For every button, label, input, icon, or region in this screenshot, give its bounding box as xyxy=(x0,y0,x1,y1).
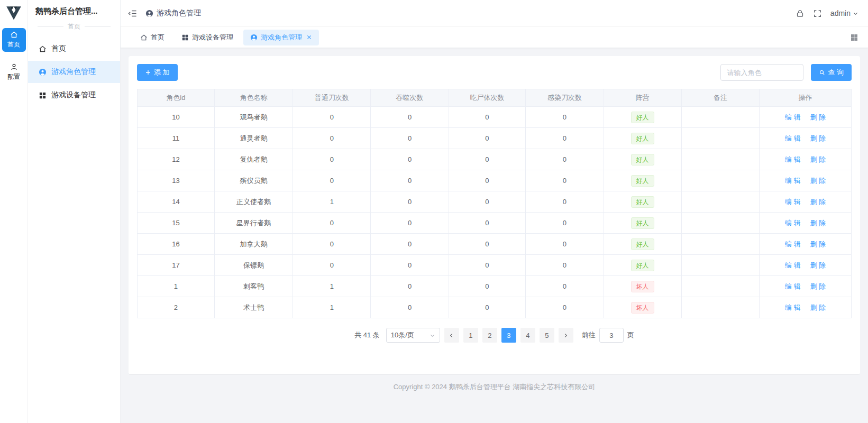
pagination-total: 共 41 条 xyxy=(354,330,380,340)
username: admin xyxy=(830,9,851,17)
plus-icon xyxy=(145,69,151,76)
delete-link[interactable]: 删 除 xyxy=(810,261,826,269)
fullscreen-icon[interactable] xyxy=(813,9,822,18)
cell-actions: 编 辑删 除 xyxy=(759,276,851,297)
cell-devour-count: 0 xyxy=(371,276,449,297)
edit-link[interactable]: 编 辑 xyxy=(785,198,801,206)
cell-camp: 坏人 xyxy=(604,276,681,297)
sidebar-item-home[interactable]: 首页 xyxy=(28,38,120,60)
table-row: 2术士鸭1000坏人编 辑删 除 xyxy=(138,297,852,318)
chevron-down-icon xyxy=(430,333,435,338)
cell-eat-corpse-count: 0 xyxy=(449,213,526,234)
cell-infect-kills: 0 xyxy=(526,255,604,276)
home-icon xyxy=(140,34,148,41)
close-icon[interactable] xyxy=(306,34,312,40)
delete-link[interactable]: 删 除 xyxy=(810,240,826,248)
cell-camp: 好人 xyxy=(604,213,681,234)
table-header-row: 角色id 角色名称 普通刀次数 吞噬次数 吃尸体次数 感染刀次数 阵营 备注 操… xyxy=(138,89,852,107)
tags-view-bar: 首页 游戏设备管理 游戏角色管理 xyxy=(121,26,868,48)
tab-label: 游戏角色管理 xyxy=(261,33,302,42)
camp-tag: 好人 xyxy=(631,196,654,208)
cell-camp: 好人 xyxy=(604,128,681,149)
delete-link[interactable]: 删 除 xyxy=(810,113,826,121)
top-header: 游戏角色管理 admin xyxy=(121,0,868,26)
cell-camp: 坏人 xyxy=(604,297,681,318)
cell-devour-count: 0 xyxy=(371,234,449,255)
edit-link[interactable]: 编 辑 xyxy=(785,261,801,269)
tab-game-devices[interactable]: 游戏设备管理 xyxy=(175,30,240,45)
page-button[interactable]: 1 xyxy=(463,328,478,343)
edit-link[interactable]: 编 辑 xyxy=(785,134,801,142)
search-button[interactable]: 查 询 xyxy=(811,64,852,81)
cell-eat-corpse-count: 0 xyxy=(449,191,526,213)
page-button[interactable]: 2 xyxy=(482,328,497,343)
rail-item-home[interactable]: 首页 xyxy=(2,28,26,52)
sidebar-item-label: 首页 xyxy=(51,44,66,53)
delete-link[interactable]: 删 除 xyxy=(810,177,826,185)
table-toolbar: 添 加 查 询 xyxy=(137,64,852,81)
cell-role-id: 11 xyxy=(138,128,215,149)
col-remark: 备注 xyxy=(681,89,759,107)
delete-link[interactable]: 删 除 xyxy=(810,155,826,163)
delete-link[interactable]: 删 除 xyxy=(810,219,826,227)
edit-link[interactable]: 编 辑 xyxy=(785,282,801,290)
delete-link[interactable]: 删 除 xyxy=(810,304,826,311)
cell-camp: 好人 xyxy=(604,234,681,255)
grid-icon xyxy=(181,34,189,41)
edit-link[interactable]: 编 辑 xyxy=(785,240,801,248)
cell-devour-count: 0 xyxy=(371,255,449,276)
cell-eat-corpse-count: 0 xyxy=(449,107,526,128)
search-input[interactable] xyxy=(720,64,803,81)
cell-role-id: 10 xyxy=(138,107,215,128)
cell-actions: 编 辑删 除 xyxy=(759,128,851,149)
edit-link[interactable]: 编 辑 xyxy=(785,304,801,311)
cell-role-id: 17 xyxy=(138,255,215,276)
page-size-select[interactable]: 10条/页 xyxy=(386,328,440,343)
sidebar-item-game-roles[interactable]: 游戏角色管理 xyxy=(28,61,120,83)
cell-role-name: 观鸟者鹅 xyxy=(214,107,293,128)
page-list: 12345 xyxy=(463,328,554,343)
cell-remark xyxy=(681,128,759,149)
camp-tag: 好人 xyxy=(631,260,654,271)
edit-link[interactable]: 编 辑 xyxy=(785,219,801,227)
edit-link[interactable]: 编 辑 xyxy=(785,113,801,121)
user-menu[interactable]: admin xyxy=(830,9,858,17)
goto-page-input[interactable] xyxy=(599,328,624,343)
cell-role-name: 术士鸭 xyxy=(214,297,293,318)
cell-role-name: 通灵者鹅 xyxy=(214,128,293,149)
cell-normal-kills: 1 xyxy=(293,297,371,318)
cell-infect-kills: 0 xyxy=(526,276,604,297)
tab-game-roles[interactable]: 游戏角色管理 xyxy=(243,30,319,45)
rail-item-config[interactable]: 配置 xyxy=(2,60,26,84)
add-button[interactable]: 添 加 xyxy=(137,64,178,81)
edit-link[interactable]: 编 辑 xyxy=(785,155,801,163)
page-button[interactable]: 3 xyxy=(501,328,516,343)
delete-link[interactable]: 删 除 xyxy=(810,198,826,206)
page-button[interactable]: 5 xyxy=(540,328,554,343)
sidebar-section-label: 首页 xyxy=(68,22,80,31)
delete-link[interactable]: 删 除 xyxy=(810,282,826,290)
tab-label: 游戏设备管理 xyxy=(192,33,233,42)
cell-remark xyxy=(681,213,759,234)
edit-link[interactable]: 编 辑 xyxy=(785,177,801,185)
home-icon xyxy=(10,31,18,39)
cell-remark xyxy=(681,255,759,276)
tab-home[interactable]: 首页 xyxy=(133,30,171,45)
col-devour-count: 吞噬次数 xyxy=(371,89,449,107)
col-actions: 操作 xyxy=(759,89,851,107)
grid-icon xyxy=(39,91,47,99)
main-area: 游戏角色管理 admin 首页 游戏设备管理 游戏角色管理 xyxy=(121,0,868,423)
page-button[interactable]: 4 xyxy=(520,328,535,343)
sidebar-item-game-devices[interactable]: 游戏设备管理 xyxy=(28,84,120,106)
prev-page-button[interactable] xyxy=(444,328,459,343)
tabs-options-grid-icon[interactable] xyxy=(850,33,858,42)
delete-link[interactable]: 删 除 xyxy=(810,134,826,142)
table-row: 12复仇者鹅0000好人编 辑删 除 xyxy=(138,149,852,170)
next-page-button[interactable] xyxy=(559,328,573,343)
lock-icon[interactable] xyxy=(796,9,805,18)
menu-fold-icon[interactable] xyxy=(128,9,137,18)
divider-line xyxy=(38,26,63,27)
cell-actions: 编 辑删 除 xyxy=(759,255,851,276)
cell-eat-corpse-count: 0 xyxy=(449,297,526,318)
camp-tag: 好人 xyxy=(631,154,654,165)
